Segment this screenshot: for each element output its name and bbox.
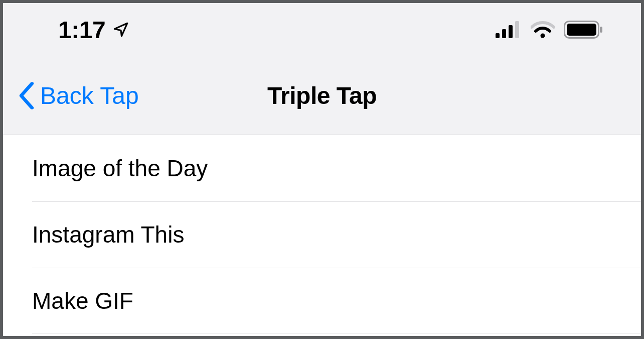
option-row[interactable]: Instagram This (3, 201, 641, 268)
option-label: Instagram This (32, 221, 184, 248)
back-label: Back Tap (40, 82, 139, 109)
svg-point-4 (541, 34, 545, 38)
battery-icon (564, 21, 604, 39)
svg-rect-6 (567, 24, 596, 36)
navigation-bar: Back Tap Triple Tap (3, 56, 641, 135)
status-left: 1:17 (58, 16, 129, 44)
location-arrow-icon (112, 21, 129, 38)
header: 1:17 (3, 3, 641, 135)
device-frame: 1:17 (0, 0, 644, 339)
cellular-signal-icon (496, 21, 522, 38)
svg-rect-3 (515, 21, 519, 38)
option-label: Make GIF (32, 287, 133, 314)
option-label: Image of the Day (32, 155, 208, 182)
wifi-icon (531, 21, 555, 38)
option-row[interactable]: Make GIF (3, 268, 641, 334)
svg-rect-1 (502, 29, 506, 38)
clock: 1:17 (58, 16, 105, 44)
status-right (496, 21, 604, 39)
back-button[interactable]: Back Tap (18, 82, 139, 109)
svg-rect-0 (496, 33, 500, 38)
chevron-left-icon (18, 82, 35, 109)
status-bar: 1:17 (3, 3, 641, 56)
option-row[interactable]: Image of the Day (3, 135, 641, 201)
separator (32, 333, 641, 334)
svg-rect-7 (600, 27, 602, 33)
svg-rect-2 (509, 25, 513, 38)
options-list: Image of the Day Instagram This Make GIF (3, 135, 641, 336)
